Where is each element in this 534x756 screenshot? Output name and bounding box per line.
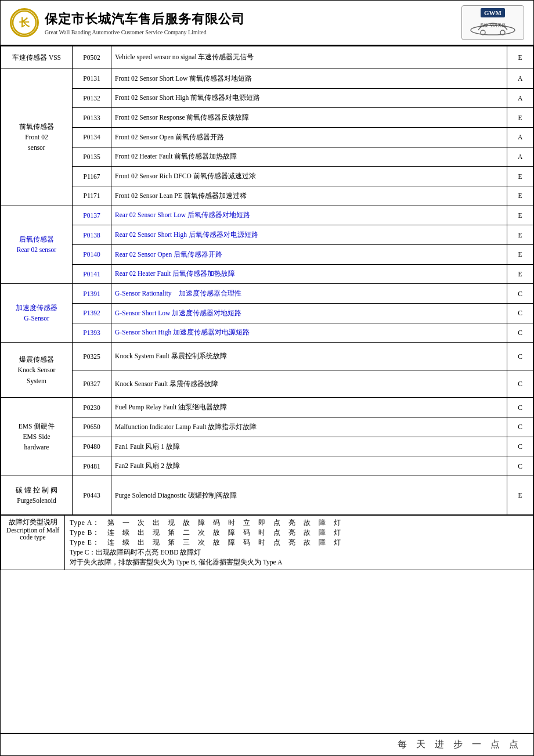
table-row: P0140Rear 02 Sensor Open 后氧传感器开路E: [1, 244, 533, 264]
table-row: 爆震传感器 Knock Sensor SystemP0325Knock Syst…: [1, 343, 533, 370]
table-row: P0134Front 02 Sensor Open 前氧传感器开路A: [1, 127, 533, 147]
table-row: 加速度传感器 G-SensorP1391G-Sensor Rationality…: [1, 284, 533, 304]
code-cell: P1167: [73, 167, 111, 186]
type-cell: C: [507, 370, 533, 398]
desc-cell: Front 02 Sensor Lean PE 前氧传感器加速过稀: [111, 186, 507, 206]
type-cell: E: [507, 108, 533, 128]
svg-text:风骏·全叫天择: 风骏·全叫天择: [480, 23, 506, 28]
type-b-row: Type B： 连 续 出 现 第 二 次 故 障 码 时 点 亮 故 障 灯: [70, 528, 528, 537]
footer-notes-table: 故障灯类型说明Description of Malf code type Typ…: [1, 515, 533, 570]
table-row: 车速传感器 VSSP0502Vehicle speed sensor no si…: [1, 46, 533, 69]
type-e-row: Type E： 连 续 出 现 第 三 次 故 障 码 时 点 亮 故 障 灯: [70, 538, 528, 547]
table-row: P0480Fan1 Fault 风扇 1 故障C: [1, 437, 533, 456]
type-cell: A: [507, 147, 533, 167]
car-model-logo-icon: 风骏·全叫天择: [467, 19, 519, 37]
desc-cell: Rear 02 Sensor Open 后氧传感器开路: [111, 244, 507, 264]
table-row: P0132Front 02 Sensor Short High 前氧传感器对电源…: [1, 88, 533, 108]
code-cell: P0137: [73, 206, 111, 225]
type-cell: C: [507, 343, 533, 370]
category-cell: 加速度传感器 G-Sensor: [1, 284, 73, 343]
type-cell: E: [507, 476, 533, 515]
table-row: EMS 侧硬件 EMS Side hardwareP0230Fuel Pump …: [1, 398, 533, 417]
company-name-cn: 保定市长城汽车售后服务有限公司: [45, 10, 245, 28]
desc-cell: Front 02 Heater Fault 前氧传感器加热故障: [111, 147, 507, 167]
table-row: P0481Fan2 Fault 风扇 2 故障C: [1, 456, 533, 476]
code-cell: P0230: [73, 398, 111, 417]
footer-label: 故障灯类型说明Description of Malf code type: [6, 519, 59, 541]
type-cell: C: [507, 456, 533, 476]
desc-cell: G-Sensor Short High 加速度传感器对电源短路: [111, 323, 507, 343]
type-cell: C: [507, 284, 533, 304]
page: 长 保定市长城汽车售后服务有限公司 Great Wall Baoding Aut…: [0, 0, 534, 756]
desc-cell: Front 02 Sensor Rich DFCO 前氧传感器减速过浓: [111, 167, 507, 186]
code-cell: P0135: [73, 147, 111, 167]
table-row: P0135Front 02 Heater Fault 前氧传感器加热故障A: [1, 147, 533, 167]
code-cell: P0141: [73, 264, 111, 284]
type-cell: A: [507, 127, 533, 147]
desc-cell: Knock System Fault 暴震控制系统故障: [111, 343, 507, 370]
table-row: P0141Rear 02 Heater Fault 后氧传感器加热故障E: [1, 264, 533, 284]
header: 长 保定市长城汽车售后服务有限公司 Great Wall Baoding Aut…: [1, 1, 533, 46]
code-cell: P0650: [73, 417, 111, 437]
code-cell: P0133: [73, 108, 111, 128]
code-cell: P0132: [73, 88, 111, 108]
company-name: 保定市长城汽车售后服务有限公司 Great Wall Baoding Autom…: [45, 10, 245, 35]
desc-cell: G-Sensor Short Low 加速度传感器对地短路: [111, 303, 507, 323]
header-right: GWM 风骏·全叫天择: [461, 5, 524, 40]
desc-cell: Knock Sensor Fault 暴震传感器故障: [111, 370, 507, 398]
code-cell: P1393: [73, 323, 111, 343]
table-row: P1393G-Sensor Short High 加速度传感器对电源短路C: [1, 323, 533, 343]
desc-cell: Fan1 Fault 风扇 1 故障: [111, 437, 507, 456]
code-cell: P1392: [73, 303, 111, 323]
desc-cell: Front 02 Sensor Short High 前氧传感器对电源短路: [111, 88, 507, 108]
table-row: P1171Front 02 Sensor Lean PE 前氧传感器加速过稀E: [1, 186, 533, 206]
desc-cell: Front 02 Sensor Open 前氧传感器开路: [111, 127, 507, 147]
type-cell: E: [507, 206, 533, 225]
desc-cell: Fan2 Fault 风扇 2 故障: [111, 456, 507, 476]
type-cell: A: [507, 88, 533, 108]
type-cell: C: [507, 398, 533, 417]
code-cell: P0138: [73, 225, 111, 245]
type-cell: C: [507, 437, 533, 456]
company-logo-icon: 长: [10, 8, 39, 37]
desc-cell: Malfunction Indicator Lamp Fault 故障指示灯故障: [111, 417, 507, 437]
code-cell: P0134: [73, 127, 111, 147]
type-cell: A: [507, 69, 533, 88]
type-c-row: Type C：出现故障码时不点亮 EOBD 故障灯: [70, 548, 528, 557]
table-row: P1167Front 02 Sensor Rich DFCO 前氧传感器减速过浓…: [1, 167, 533, 186]
code-cell: P0480: [73, 437, 111, 456]
type-a-row: Type A： 第 一 次 出 现 故 障 码 时 立 即 点 亮 故 障 灯: [70, 519, 528, 527]
code-cell: P0443: [73, 476, 111, 515]
category-cell: 爆震传感器 Knock Sensor System: [1, 343, 73, 398]
blank-area: [1, 570, 533, 733]
type-cell: C: [507, 417, 533, 437]
table-row: P0138Rear 02 Sensor Short High 后氧传感器对电源短…: [1, 225, 533, 245]
code-cell: P0140: [73, 244, 111, 264]
code-cell: P0481: [73, 456, 111, 476]
company-name-en: Great Wall Baoding Automotive Customer S…: [45, 29, 245, 35]
type-cell: E: [507, 264, 533, 284]
note-row: 对于失火故障，排放损害型失火为 Type B, 催化器损害型失火为 Type A: [70, 558, 528, 567]
header-left: 长 保定市长城汽车售后服务有限公司 Great Wall Baoding Aut…: [10, 8, 245, 37]
desc-cell: Rear 02 Heater Fault 后氧传感器加热故障: [111, 264, 507, 284]
table-row: P0327Knock Sensor Fault 暴震传感器故障C: [1, 370, 533, 398]
page-footer: 每 天 进 步 一 点 点: [1, 733, 533, 755]
desc-cell: Purge Solenoid Diagnostic 碳罐控制阀故障: [111, 476, 507, 515]
table-row: P1392G-Sensor Short Low 加速度传感器对地短路C: [1, 303, 533, 323]
table-row: 碳 罐 控 制 阀 PurgeSolenoidP0443Purge Soleno…: [1, 476, 533, 515]
main-table: 车速传感器 VSSP0502Vehicle speed sensor no si…: [1, 46, 533, 515]
type-cell: E: [507, 46, 533, 69]
type-cell: E: [507, 167, 533, 186]
category-cell: 后氧传感器 Rear 02 sensor: [1, 206, 73, 284]
code-cell: P0502: [73, 46, 111, 69]
code-cell: P0325: [73, 343, 111, 370]
table-row: 后氧传感器 Rear 02 sensorP0137Rear 02 Sensor …: [1, 206, 533, 225]
page-footer-slogan: 每 天 进 步 一 点 点: [398, 739, 522, 751]
type-cell: E: [507, 186, 533, 206]
gwm-logo: GWM: [481, 8, 505, 17]
category-cell: 碳 罐 控 制 阀 PurgeSolenoid: [1, 476, 73, 515]
table-row: P0650Malfunction Indicator Lamp Fault 故障…: [1, 417, 533, 437]
category-cell: EMS 侧硬件 EMS Side hardware: [1, 398, 73, 476]
code-cell: P1391: [73, 284, 111, 304]
code-cell: P0131: [73, 69, 111, 88]
